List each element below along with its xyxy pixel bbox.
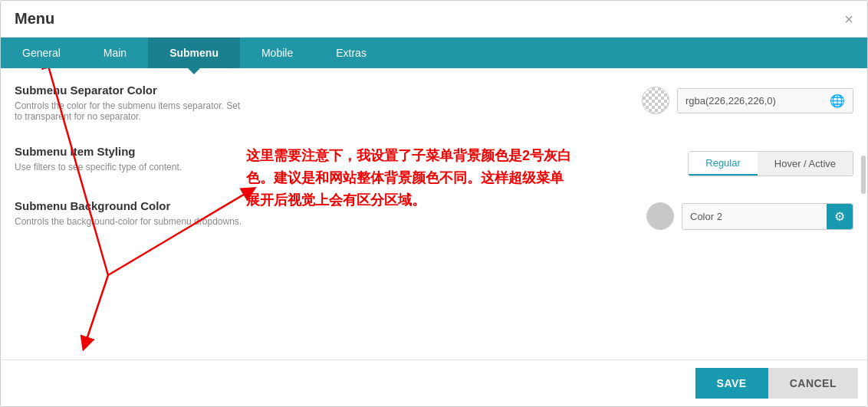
- tab-extras[interactable]: Extras: [314, 38, 388, 68]
- section-item-styling-title: Submenu Item Styling: [15, 145, 182, 158]
- section-bg-title: Submenu Background Color: [15, 199, 242, 212]
- bg-color-circle: [646, 202, 674, 230]
- separator-color-input[interactable]: [678, 90, 822, 112]
- tab-bar: General Main Submenu Mobile Extras: [1, 38, 867, 68]
- section-separator-title: Submenu Separator Color: [15, 84, 245, 97]
- separator-color-input-wrapper: 🌐: [677, 88, 853, 113]
- tab-main[interactable]: Main: [82, 38, 148, 68]
- save-button[interactable]: SAVE: [695, 368, 768, 399]
- section-bg-desc: Controls the background-color for submen…: [15, 216, 242, 227]
- tab-submenu[interactable]: Submenu: [148, 38, 240, 68]
- modal-body: Submenu Separator Color Controls the col…: [1, 68, 867, 359]
- scrollbar-thumb[interactable]: [861, 156, 866, 194]
- modal-footer: SAVE CANCEL: [1, 359, 867, 406]
- tab-mobile[interactable]: Mobile: [240, 38, 314, 68]
- color-preview-checker: [642, 87, 669, 114]
- inner-tab-regular[interactable]: Regular: [689, 152, 758, 176]
- separator-color-row: 🌐: [642, 87, 853, 114]
- cancel-button[interactable]: CANCEL: [768, 368, 858, 399]
- bg-color-input-wrapper: ⚙: [682, 203, 853, 230]
- modal-container: Menu × General Main Submenu Mobile Extra…: [0, 0, 868, 407]
- inner-tab-bar: Regular Hover / Active: [688, 151, 853, 176]
- bg-color-picker-button[interactable]: ⚙: [827, 204, 853, 229]
- svg-line-2: [85, 275, 108, 344]
- tab-general[interactable]: General: [1, 38, 82, 68]
- section-background-color: Submenu Background Color Controls the ba…: [15, 199, 853, 230]
- globe-icon: 🌐: [822, 89, 853, 113]
- close-button[interactable]: ×: [844, 11, 853, 27]
- inner-tab-hover[interactable]: Hover / Active: [758, 152, 853, 176]
- section-item-styling: Submenu Item Styling Use filters to see …: [15, 145, 853, 176]
- section-item-styling-desc: Use filters to see specific type of cont…: [15, 162, 182, 172]
- bg-color-row: ⚙: [646, 202, 853, 230]
- bg-color-input[interactable]: [682, 205, 827, 228]
- section-separator-desc: Controls the color for the submenu items…: [15, 100, 245, 122]
- modal-title: Menu: [15, 10, 54, 28]
- section-separator-color: Submenu Separator Color Controls the col…: [15, 84, 853, 122]
- modal-header: Menu ×: [1, 1, 867, 38]
